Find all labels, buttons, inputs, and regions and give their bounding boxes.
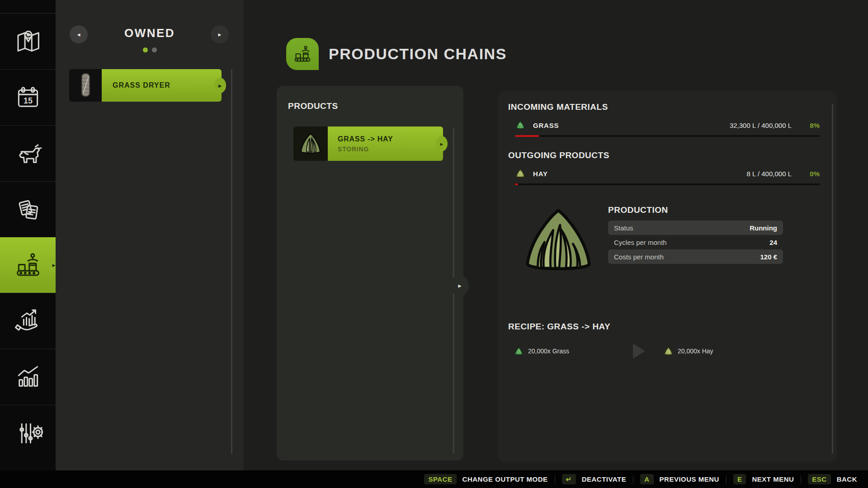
hint-label: NEXT MENU — [752, 475, 794, 483]
cow-icon — [13, 139, 43, 169]
recipe-input-label: 20,000x Grass — [528, 347, 569, 355]
owned-pagination — [56, 47, 244, 52]
statistics-icon — [13, 362, 43, 392]
table-row: Status Running — [608, 221, 783, 235]
detail-scrollbar[interactable] — [832, 104, 833, 454]
grass-icon — [514, 346, 524, 357]
svg-text:15: 15 — [24, 96, 33, 105]
material-amount: 32,300 L / 400,000 L — [730, 122, 792, 129]
production-title: PRODUCTION — [608, 205, 783, 215]
sidebar-item-statistics[interactable] — [0, 349, 56, 405]
product-amount: 8 L / 400,000 L — [746, 170, 792, 178]
sidebar-item-finances[interactable] — [0, 293, 56, 349]
sidebar-item-production-chains[interactable]: ▸ — [0, 237, 56, 293]
outgoing-progress-fill — [515, 183, 518, 185]
recipe-row: 20,000x Grass 20,000x Hay — [514, 343, 820, 359]
divider — [726, 475, 726, 483]
outgoing-products-title: OUTGOING PRODUCTS — [508, 150, 820, 160]
page-dot-inactive[interactable] — [152, 47, 157, 52]
row-value: 24 — [769, 239, 777, 246]
production-chains-icon — [292, 44, 313, 65]
divider — [555, 475, 555, 483]
divider — [801, 475, 801, 483]
grass-dryer-thumbnail — [69, 69, 102, 102]
grass-dryer-image — [69, 69, 102, 102]
recipe-output-label: 20,000x Hay — [678, 347, 713, 355]
owned-item-label: GRASS DRYER — [113, 81, 170, 89]
row-label: Status — [614, 224, 633, 232]
grass-illustration — [515, 204, 601, 277]
panel-expander-button[interactable]: ▸ — [451, 275, 469, 296]
production-chains-icon — [13, 250, 43, 280]
product-name: HAY — [533, 170, 548, 178]
row-value: 120 € — [760, 253, 777, 261]
product-percent: 0% — [792, 170, 820, 178]
incoming-material-row: GRASS 32,300 L / 400,000 L 8% — [515, 119, 820, 131]
contracts-icon — [13, 195, 43, 225]
grass-icon — [515, 120, 526, 131]
row-label: Costs per month — [614, 253, 664, 261]
page-dot-active[interactable] — [143, 47, 148, 52]
calendar-icon: 15 — [13, 83, 43, 113]
hay-icon — [663, 346, 674, 357]
incoming-progress-bar — [515, 135, 820, 137]
item-arrow-icon: ▸ — [436, 136, 448, 151]
hint-deactivate[interactable]: ↵ DEACTIVATE — [562, 474, 627, 484]
sidebar-item-map[interactable] — [0, 13, 56, 69]
owned-prev-page-button[interactable]: ◂ — [70, 25, 88, 43]
input-hints-bar: SPACE CHANGE OUTPUT MODE ↵ DEACTIVATE A … — [0, 470, 868, 488]
incoming-progress-fill — [515, 135, 539, 137]
sidebar-item-animals[interactable] — [0, 125, 56, 181]
production-chains-screen: 15 ▸ — [0, 0, 868, 488]
sidebar-item-contracts[interactable] — [0, 181, 56, 237]
hay-icon — [515, 168, 526, 179]
space-key-badge: SPACE — [424, 474, 456, 484]
sidebar: 15 ▸ — [0, 0, 56, 470]
sidebar-item-settings[interactable] — [0, 405, 56, 461]
outgoing-progress-bar — [515, 183, 820, 185]
hint-back[interactable]: ESC BACK — [808, 474, 857, 484]
esc-key-badge: ESC — [808, 474, 830, 484]
product-item-label: GRASS -> HAY — [338, 135, 443, 143]
item-arrow-icon: ▸ — [214, 78, 226, 93]
production-table: Status Running Cycles per month 24 Costs… — [608, 221, 783, 264]
product-item-grass-hay[interactable]: GRASS -> HAY STORING ▸ — [293, 127, 443, 161]
table-row: Costs per month 120 € — [608, 249, 783, 264]
table-row: Cycles per month 24 — [608, 235, 783, 249]
owned-next-page-button[interactable]: ▸ — [211, 25, 229, 43]
row-value: Running — [750, 224, 777, 232]
outgoing-product-row: HAY 8 L / 400,000 L 0% — [515, 168, 820, 179]
enter-key-badge: ↵ — [562, 474, 576, 484]
hint-next-menu[interactable]: E NEXT MENU — [733, 474, 794, 484]
finances-icon — [13, 306, 43, 336]
page-title: PRODUCTION CHAINS — [329, 45, 507, 63]
owned-item-grass-dryer[interactable]: GRASS DRYER ▸ — [69, 69, 222, 102]
product-item-status: STORING — [338, 145, 443, 153]
material-percent: 8% — [792, 122, 820, 129]
row-label: Cycles per month — [614, 239, 667, 246]
material-name: GRASS — [533, 122, 559, 129]
grass-thumbnail — [293, 127, 328, 161]
hint-previous-menu[interactable]: A PREVIOUS MENU — [640, 474, 719, 484]
e-key-badge: E — [733, 474, 746, 484]
sidebar-item-calendar[interactable]: 15 — [0, 69, 56, 125]
hint-label: BACK — [837, 475, 857, 483]
recipe-arrow-icon — [633, 343, 645, 359]
a-key-badge: A — [640, 474, 653, 484]
settings-icon — [13, 418, 43, 448]
recipe-output: 20,000x Hay — [663, 346, 713, 357]
hint-label: DEACTIVATE — [582, 475, 627, 483]
recipe-input: 20,000x Grass — [514, 346, 633, 357]
owned-panel: ◂ OWNED ▸ GRASS DRYER ▸ — [56, 0, 244, 470]
page-icon-badge — [286, 38, 319, 70]
incoming-materials-title: INCOMING MATERIALS — [508, 102, 820, 112]
hint-change-output-mode[interactable]: SPACE CHANGE OUTPUT MODE — [424, 474, 547, 484]
map-icon — [13, 27, 43, 56]
products-panel: PRODUCTS GRASS -> HAY STORING ▸ ▸ — [277, 86, 463, 460]
divider — [633, 475, 633, 483]
hint-label: PREVIOUS MENU — [660, 475, 719, 483]
owned-scrollbar[interactable] — [231, 69, 232, 454]
production-detail-panel: INCOMING MATERIALS GRASS 32,300 L / 400,… — [498, 91, 837, 462]
products-panel-title: PRODUCTS — [288, 101, 453, 111]
production-section: PRODUCTION Status Running Cycles per mon… — [508, 204, 820, 277]
